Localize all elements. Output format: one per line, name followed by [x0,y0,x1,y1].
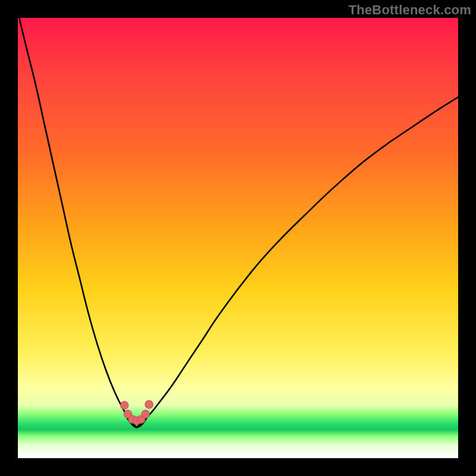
trough-marker [142,410,149,418]
chart-curve-layer [18,18,458,458]
trough-marker [120,402,128,409]
chart-plot-area [18,18,458,458]
watermark-text: TheBottleneck.com [349,2,471,18]
chart-stage: TheBottleneck.com [0,0,476,476]
trough-markers [120,400,153,425]
trough-marker [145,400,153,408]
curve-left-branch [19,18,137,427]
curve-right-branch [137,97,458,427]
